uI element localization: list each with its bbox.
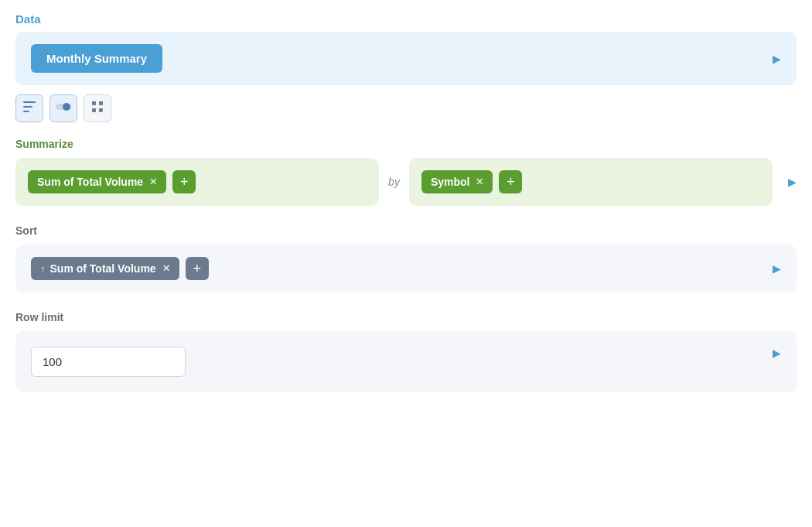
sort-pill[interactable]: ↑ Sum of Total Volume ✕ [31, 257, 179, 280]
sort-section: Sort ↑ Sum of Total Volume ✕ + ▶ [15, 224, 797, 293]
sort-row: ↑ Sum of Total Volume ✕ + ▶ [15, 245, 797, 293]
add-dimension-button[interactable]: + [499, 170, 522, 193]
summarize-dimensions-container: Symbol ✕ + [409, 158, 773, 206]
symbol-pill-close-icon[interactable]: ✕ [476, 176, 483, 187]
summarize-metrics-container: Sum of Total Volume ✕ + [15, 158, 379, 206]
summarize-label: Summarize [15, 138, 797, 150]
add-metric-button[interactable]: + [172, 170, 196, 193]
svg-rect-7 [92, 108, 96, 112]
summarize-section: Summarize Sum of Total Volume ✕ + by Sym… [15, 138, 797, 206]
filter-icon [23, 101, 36, 115]
svg-rect-2 [23, 111, 29, 112]
add-sort-button[interactable]: + [186, 257, 209, 280]
svg-point-4 [63, 103, 70, 111]
summarize-arrow-icon[interactable]: ▶ [788, 176, 797, 188]
symbol-pill-label: Symbol [431, 176, 470, 188]
toggle-button[interactable] [49, 94, 77, 122]
grid-icon [92, 101, 103, 115]
sort-arrow-icon[interactable]: ▶ [773, 262, 781, 275]
data-row: Monthly Summary ▶ [15, 32, 797, 85]
monthly-summary-button[interactable]: Monthly Summary [31, 44, 162, 73]
data-section: Data Monthly Summary ▶ [15, 12, 797, 85]
sum-of-total-volume-pill[interactable]: Sum of Total Volume ✕ [28, 170, 166, 193]
row-limit-label: Row limit [15, 311, 797, 323]
svg-rect-0 [23, 101, 36, 103]
data-label: Data [15, 12, 797, 26]
filter-button[interactable] [15, 94, 43, 122]
symbol-pill[interactable]: Symbol ✕ [421, 170, 493, 193]
toolbar [15, 94, 797, 122]
svg-rect-5 [92, 101, 96, 105]
sort-direction-icon: ↑ [40, 263, 46, 275]
sort-pill-close-icon[interactable]: ✕ [162, 263, 170, 274]
summarize-row: Sum of Total Volume ✕ + by Symbol ✕ + ▶ [15, 158, 797, 206]
sort-pill-label: Sum of Total Volume [50, 262, 156, 275]
toggle-icon [56, 101, 71, 115]
data-arrow-icon[interactable]: ▶ [773, 53, 781, 65]
row-limit-input[interactable] [31, 347, 186, 377]
row-limit-arrow-icon[interactable]: ▶ [773, 347, 781, 359]
sum-pill-close-icon[interactable]: ✕ [149, 176, 157, 187]
row-limit-section: Row limit ▶ [15, 311, 797, 392]
svg-rect-1 [23, 106, 32, 108]
row-limit-row: ▶ [15, 331, 797, 392]
sum-pill-label: Sum of Total Volume [37, 176, 143, 188]
svg-rect-6 [99, 101, 103, 105]
grid-button[interactable] [84, 94, 111, 122]
sort-label: Sort [15, 224, 797, 237]
by-label: by [388, 176, 400, 188]
